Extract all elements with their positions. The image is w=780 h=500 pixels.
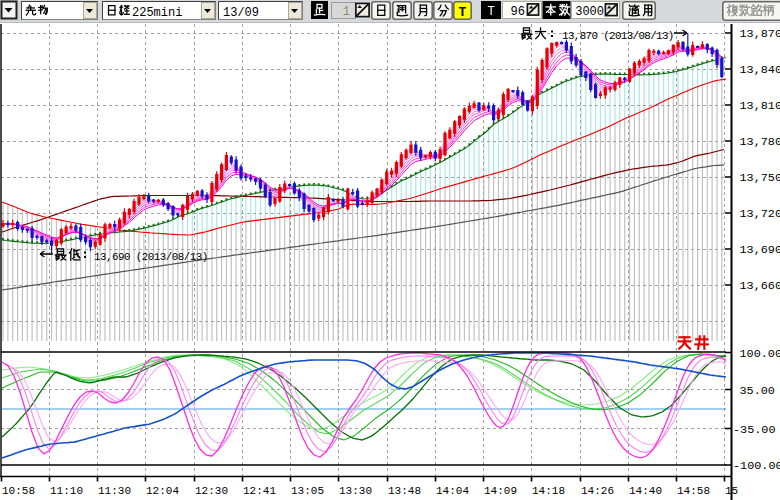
svg-text:13,750: 13,750 xyxy=(740,171,780,185)
svg-text:13,690: 13,690 xyxy=(740,243,780,257)
svg-text:13,660: 13,660 xyxy=(740,279,780,293)
svg-text:13,810: 13,810 xyxy=(740,99,780,113)
svg-text:13,690 (2013/08/13): 13,690 (2013/08/13) xyxy=(94,251,208,263)
svg-text:13:30: 13:30 xyxy=(339,485,372,497)
svg-text:3000: 3000 xyxy=(575,5,604,19)
svg-text:11:10: 11:10 xyxy=(50,485,83,497)
svg-text:13,870 (2013/08/13): 13,870 (2013/08/13) xyxy=(562,30,674,42)
svg-text:14:18: 14:18 xyxy=(532,485,565,497)
svg-text:12:30: 12:30 xyxy=(195,485,228,497)
svg-text:96: 96 xyxy=(511,5,525,19)
svg-text:225mini: 225mini xyxy=(132,6,182,20)
svg-text:15: 15 xyxy=(725,485,738,497)
svg-text:14:04: 14:04 xyxy=(436,485,469,497)
svg-text:100.00: 100.00 xyxy=(740,347,780,361)
svg-text:-35.00: -35.00 xyxy=(733,423,775,437)
svg-text:11:30: 11:30 xyxy=(98,485,131,497)
svg-text:12:04: 12:04 xyxy=(146,485,179,497)
svg-text:13,720: 13,720 xyxy=(740,207,780,221)
svg-text:-100.00: -100.00 xyxy=(733,459,780,473)
svg-text:13:48: 13:48 xyxy=(388,485,421,497)
svg-text:T: T xyxy=(487,5,494,19)
svg-text:1: 1 xyxy=(343,5,350,19)
svg-text:13:05: 13:05 xyxy=(291,485,324,497)
svg-text:T: T xyxy=(459,5,467,20)
svg-text:10:58: 10:58 xyxy=(2,485,35,497)
svg-text:14:09: 14:09 xyxy=(484,485,517,497)
svg-text:14:58: 14:58 xyxy=(677,485,710,497)
svg-text:13,870: 13,870 xyxy=(740,27,780,41)
svg-text:13/09: 13/09 xyxy=(223,6,259,20)
svg-text:13,840: 13,840 xyxy=(740,63,780,77)
svg-text:13,780: 13,780 xyxy=(740,135,780,149)
svg-text:14:26: 14:26 xyxy=(581,485,614,497)
svg-text:12:41: 12:41 xyxy=(243,485,276,497)
svg-text:35.00: 35.00 xyxy=(740,384,775,398)
svg-text:14:40: 14:40 xyxy=(629,485,662,497)
